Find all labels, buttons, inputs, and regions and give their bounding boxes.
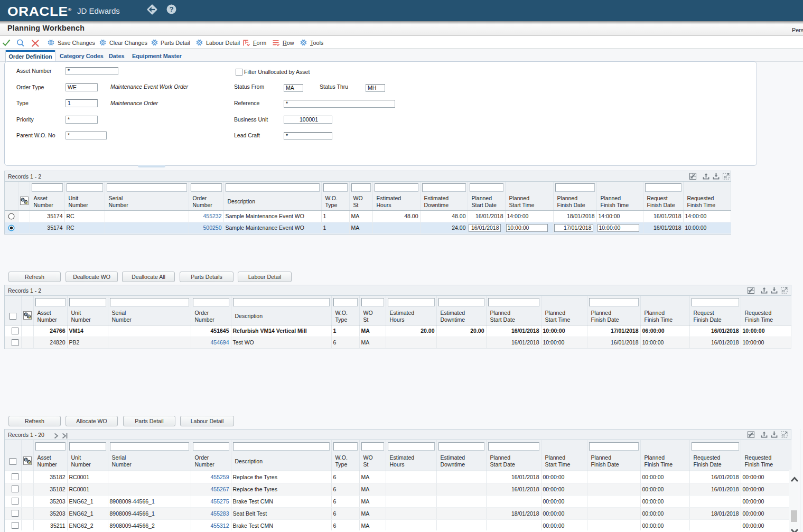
svg-text:?: ?: [169, 5, 173, 13]
